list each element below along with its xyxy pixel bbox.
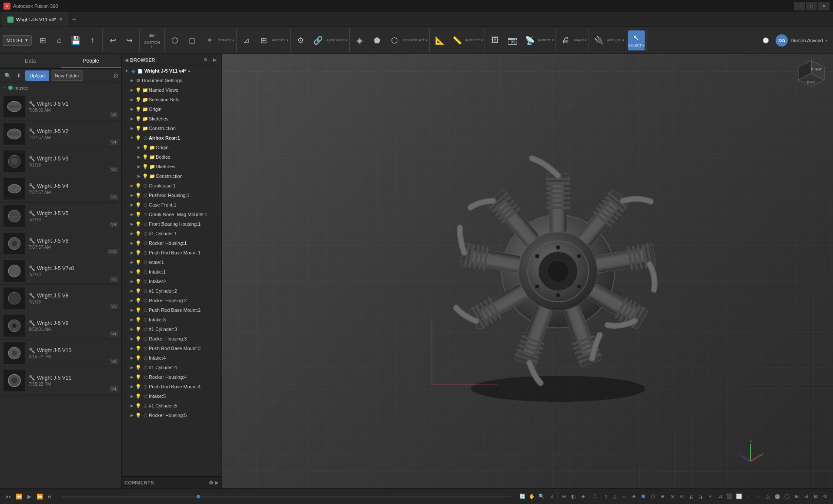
tree-item-intake4[interactable]: ▶ 💡 ⬡ Intake:4 xyxy=(122,353,221,363)
undo-button[interactable]: ↩ xyxy=(104,30,121,50)
play-button[interactable]: ▶ xyxy=(24,492,34,501)
skip-forward-button[interactable]: ⏭ xyxy=(45,492,55,501)
tool-icon-21[interactable]: ◯ xyxy=(783,492,791,501)
tree-expand-doc-settings[interactable]: ▶ xyxy=(129,77,135,83)
list-item[interactable]: 🔧 Wright J-5 V1 7:08:00 AM V9 xyxy=(0,93,121,120)
tree-expand-push-rod-base1[interactable]: ▶ xyxy=(129,250,135,256)
tool-icon-3[interactable]: △ xyxy=(610,492,619,501)
tree-expand-cyl2[interactable]: ▶ xyxy=(129,288,135,294)
tree-expand-intake1[interactable]: ▶ xyxy=(129,269,135,275)
tree-expand-scale1[interactable]: ▶ xyxy=(129,259,135,265)
browser-settings-icon[interactable]: ⚙ xyxy=(201,56,209,64)
addins-btn1[interactable]: 🔌 xyxy=(591,30,607,50)
tool-icon-14[interactable]: ⊿ xyxy=(716,492,724,501)
tree-expand-intake3[interactable]: ▶ xyxy=(129,317,135,323)
fit-icon[interactable]: ⊞ xyxy=(559,492,568,501)
construct-btn1[interactable]: ◈ xyxy=(351,30,368,50)
list-item[interactable]: 🔧 Wright J-5 V7v8 7/2/18 V5 xyxy=(0,257,121,285)
list-item[interactable]: 🔧 Wright J-5 V2 7:07:57 AM V4 xyxy=(0,120,121,148)
list-item[interactable]: 🔧 Wright J-5 V5 7/2/18 V4 xyxy=(0,203,121,230)
tree-item-construction[interactable]: ▶ 💡 📁 Construction xyxy=(122,123,221,133)
tree-expand-airbox[interactable]: ▼ xyxy=(129,135,135,141)
navigation-cube[interactable]: RIGHT BACK xyxy=(794,58,829,93)
tool-icon-22[interactable]: ⊞ xyxy=(792,492,801,501)
tree-item-crank-nose[interactable]: ▶ 💡 □ Crank Nose- Mag Mounts:1 xyxy=(122,210,221,219)
tree-expand-case-front[interactable]: ▶ xyxy=(129,202,135,208)
tree-expand-named-views[interactable]: ▶ xyxy=(129,87,135,93)
tree-item-cyl2[interactable]: ▶ 💡 ⬡ #1 Cylinder:2 xyxy=(122,286,221,296)
tool-icon-8[interactable]: ⊕ xyxy=(658,492,667,501)
timeline-thumb[interactable] xyxy=(197,495,200,498)
tree-expand-cyl1[interactable]: ▶ xyxy=(129,230,135,237)
sketch-dropdown[interactable]: ✏ SKETCH ▾ xyxy=(141,30,163,50)
upload-button[interactable]: Upload xyxy=(25,70,49,81)
tool-icon-1[interactable]: ⬡ xyxy=(591,492,600,501)
insert-btn3[interactable]: 📡 xyxy=(522,30,538,50)
minimize-button[interactable]: ─ xyxy=(794,2,805,10)
tree-expand-rocker5[interactable]: ▶ xyxy=(129,412,135,418)
model-dropdown[interactable]: MODEL ▾ xyxy=(3,35,32,46)
zoom-box-icon[interactable]: ⊡ xyxy=(547,492,555,501)
tool-icon-13[interactable]: ⌖ xyxy=(706,492,715,501)
tree-expand-push-rod-base2[interactable]: ▶ xyxy=(129,307,135,313)
browser-expand-icon[interactable]: ▶ xyxy=(211,56,219,64)
list-item[interactable]: 🔧 Wright J-5 V11 7:55:28 PM V4 xyxy=(0,367,121,394)
tree-item-cyl3[interactable]: ▶ 💡 ⬡ #1 Cylinder:3 xyxy=(122,324,221,334)
main-tab[interactable]: Wright J-5 V11 v4* ✕ xyxy=(2,13,68,27)
orbit-icon[interactable]: 🔄 xyxy=(518,492,527,501)
tree-expand-intake5[interactable]: ▶ xyxy=(129,393,135,399)
tool-icon-4[interactable]: ○ xyxy=(620,492,629,501)
tree-expand-intake4[interactable]: ▶ xyxy=(129,355,135,361)
tree-expand-push-rod-base4[interactable]: ▶ xyxy=(129,384,135,390)
tree-root-expand[interactable]: ▼ xyxy=(124,68,130,74)
tool-icon-15[interactable]: ⬛ xyxy=(725,492,734,501)
make-btn1[interactable]: 🖨 xyxy=(558,30,574,50)
tree-item-rocker2[interactable]: ▶ 💡 ⬡ Rocker Housing:2 xyxy=(122,296,221,305)
modify-btn1[interactable]: ⊿ xyxy=(238,30,255,50)
zoom-icon[interactable]: 🔍 xyxy=(537,492,546,501)
user-info[interactable]: DA Damon Atwood ▾ xyxy=(772,34,831,47)
inspect-btn1[interactable]: 📐 xyxy=(432,30,448,50)
prev-frame-button[interactable]: ⏪ xyxy=(14,492,23,501)
tool-icon-9[interactable]: ⊗ xyxy=(668,492,676,501)
tree-expand-push-rod-base3[interactable]: ▶ xyxy=(129,345,135,351)
insert-btn1[interactable]: 🖼 xyxy=(487,30,503,50)
tree-item-cyl1[interactable]: ▶ 💡 ⬡ #1 Cylinder:1 xyxy=(122,229,221,238)
grid-view-button[interactable]: ⊞ xyxy=(34,30,51,50)
tool-icon-16[interactable]: ⬜ xyxy=(735,492,743,501)
maximize-button[interactable]: □ xyxy=(806,2,817,10)
tree-item-selection-sets[interactable]: ▶ 💡 📁 Selection Sets xyxy=(122,95,221,104)
pan-icon[interactable]: ✋ xyxy=(528,492,536,501)
timeline-bar[interactable] xyxy=(62,496,511,497)
tree-item-case-front[interactable]: ▶ 💡 ⬡ Case Front:1 xyxy=(122,200,221,210)
tree-expand-cyl4[interactable]: ▶ xyxy=(129,364,135,370)
tree-root[interactable]: ▼ ◈ 📄 Wright J-5 V11 v4* ● xyxy=(122,66,221,76)
assemble-btn1[interactable]: ⚙ xyxy=(292,30,309,50)
tree-item-airbox[interactable]: ▼ 💡 ⬡ Airbox Rear:1 xyxy=(122,133,221,143)
construct-btn2[interactable]: ⬟ xyxy=(369,30,385,50)
tree-item-push-rod-base2[interactable]: ▶ 💡 ⬡ Push Rod Base Mount:2 xyxy=(122,305,221,315)
tree-item-ab-construction[interactable]: ▶ 💡 📁 Construction xyxy=(122,171,221,181)
modify-btn2[interactable]: ⊞ xyxy=(256,30,272,50)
tree-item-rocker3[interactable]: ▶ 💡 ⬡ Rocker Housing:3 xyxy=(122,334,221,344)
view-style-icon[interactable]: ◧ xyxy=(569,492,578,501)
tree-item-pushrod[interactable]: ▶ 💡 ⬡ Pushrod Housing:1 xyxy=(122,190,221,200)
tree-expand-intake2[interactable]: ▶ xyxy=(129,278,135,284)
list-item[interactable]: 🔧 Wright J-5 V4 7:07:57 AM V5 xyxy=(0,175,121,203)
list-item[interactable]: 🔧 Wright J-5 V10 3:15:27 PM V5 xyxy=(0,340,121,367)
tree-item-intake2[interactable]: ▶ 💡 ⬡ Intake:2 xyxy=(122,277,221,286)
next-frame-button[interactable]: ⏩ xyxy=(35,492,44,501)
tree-item-scale1[interactable]: ▶ 💡 ⬡ scale:1 xyxy=(122,257,221,267)
tree-item-push-rod-base4[interactable]: ▶ 💡 ⬡ Push Rod Base Mount:4 xyxy=(122,382,221,391)
tool-icon-18[interactable]: ⬞ xyxy=(754,492,763,501)
skip-back-button[interactable]: ⏮ xyxy=(3,492,13,501)
new-folder-button[interactable]: New Folder xyxy=(51,70,83,81)
tree-item-cyl5[interactable]: ▶ 💡 ⬡ #1 Cylinder:5 xyxy=(122,401,221,411)
tool-icon-6[interactable]: ⬟ xyxy=(639,492,648,501)
tool-icon-25[interactable]: ⚙ xyxy=(821,492,830,501)
create-btn2[interactable]: ◻ xyxy=(184,30,201,50)
tree-expand-origin[interactable]: ▶ xyxy=(129,106,135,112)
tree-expand-ab-sketches[interactable]: ▶ xyxy=(136,164,142,170)
tool-icon-24[interactable]: ⊠ xyxy=(811,492,820,501)
tree-expand-rocker1[interactable]: ▶ xyxy=(129,240,135,246)
